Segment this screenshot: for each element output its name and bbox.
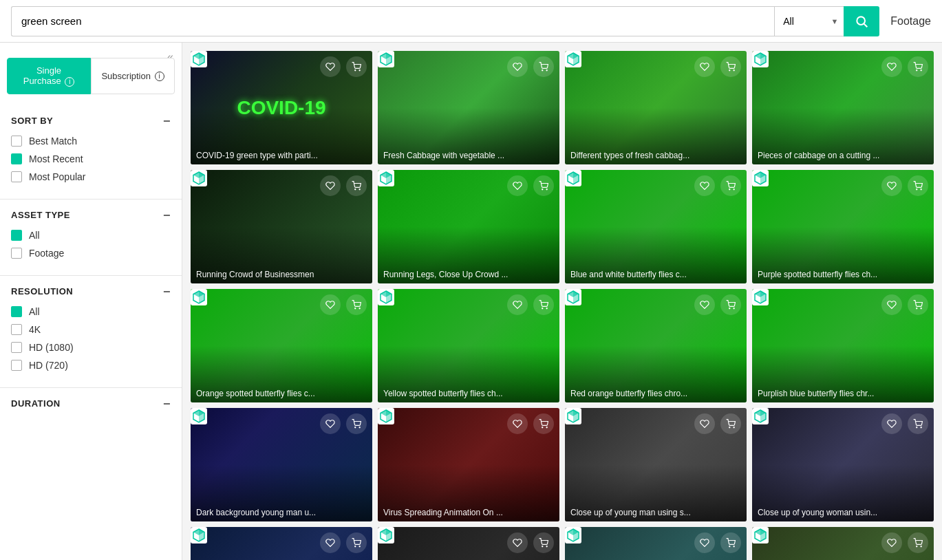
card-12[interactable]: Purplish blue butterfly flies chr... [752, 289, 934, 402]
asset-type-footage[interactable]: Footage [11, 248, 171, 259]
card-13[interactable]: Dark background young man u... [191, 408, 372, 521]
card-cart-button[interactable] [908, 294, 928, 315]
search-filter-select[interactable]: All Footage Images Audio [775, 6, 844, 36]
card-cart-button[interactable] [720, 175, 741, 196]
card-5[interactable]: Running Crowd of Businessmen [191, 170, 372, 283]
card-8[interactable]: Purple spotted butterfly flies ch... [752, 170, 934, 283]
heart-icon [887, 419, 897, 429]
card-title: Virus Spreading Animation On ... [383, 508, 554, 517]
res-hd1080-checkbox[interactable] [11, 342, 22, 353]
card-17[interactable] [191, 527, 372, 560]
card-like-button[interactable] [694, 532, 715, 553]
card-18[interactable] [378, 527, 559, 560]
card-11[interactable]: Red orange butterfly flies chro... [565, 289, 747, 402]
card-like-button[interactable] [320, 175, 341, 196]
res-all-checkbox[interactable] [11, 306, 22, 317]
card-10[interactable]: Yellow spotted butterfly flies ch... [378, 289, 559, 402]
card-15[interactable]: Close up of young man using s... [565, 408, 747, 521]
card-1[interactable]: COVID-19 green type with parti... COVID-… [191, 51, 372, 164]
single-purchase-info-icon[interactable]: i [65, 77, 74, 87]
svg-point-42 [542, 189, 543, 190]
sort-most-popular[interactable]: Most Popular [11, 171, 171, 182]
svg-point-85 [921, 308, 921, 309]
resolution-4k[interactable]: 4K [11, 324, 171, 335]
card-cart-button[interactable] [533, 413, 554, 434]
svg-point-0 [857, 17, 866, 25]
card-cart-button[interactable] [346, 413, 367, 434]
search-button[interactable] [844, 6, 879, 36]
card-cart-button[interactable] [346, 294, 367, 315]
card-like-button[interactable] [320, 56, 341, 77]
duration-collapse-icon[interactable]: − [163, 398, 171, 410]
card-16[interactable]: Close up of young woman usin... [752, 408, 934, 521]
card-9[interactable]: Orange spotted butterfly flies c... [191, 289, 372, 402]
resolution-collapse-icon[interactable]: − [163, 286, 171, 298]
res-hd720-checkbox[interactable] [11, 360, 22, 371]
card-like-button[interactable] [694, 56, 715, 77]
search-input[interactable] [11, 6, 774, 36]
sort-best-match[interactable]: Best Match [11, 136, 171, 147]
card-like-button[interactable] [881, 413, 902, 434]
card-14[interactable]: Virus Spreading Animation On ... [378, 408, 559, 521]
asset-type-all[interactable]: All [11, 230, 171, 241]
card-cart-button[interactable] [533, 175, 554, 196]
card-like-button[interactable] [507, 532, 528, 553]
card-like-button[interactable] [881, 175, 902, 196]
subscription-button[interactable]: Subscription i [91, 58, 175, 94]
cart-icon [913, 419, 923, 429]
card-like-button[interactable] [507, 294, 528, 315]
svg-point-105 [729, 427, 730, 428]
card-cart-button[interactable] [346, 175, 367, 196]
card-19[interactable] [565, 527, 747, 560]
res-4k-checkbox[interactable] [11, 324, 22, 335]
card-cart-button[interactable] [533, 532, 554, 553]
card-like-button[interactable] [881, 532, 902, 553]
card-like-button[interactable] [507, 56, 528, 77]
card-3[interactable]: Different types of fresh cabbag... [565, 51, 747, 164]
resolution-hd720[interactable]: HD (720) [11, 360, 171, 371]
card-6[interactable]: Running Legs, Close Up Crowd ... [378, 170, 559, 283]
best-match-checkbox[interactable] [11, 136, 22, 147]
card-like-button[interactable] [694, 175, 715, 196]
card-cart-button[interactable] [533, 56, 554, 77]
card-like-button[interactable] [881, 56, 902, 77]
card-like-button[interactable] [320, 413, 341, 434]
card-like-button[interactable] [881, 294, 902, 315]
card-cart-button[interactable] [908, 413, 928, 434]
card-cart-button[interactable] [720, 294, 741, 315]
card-like-button[interactable] [507, 413, 528, 434]
resolution-all[interactable]: All [11, 306, 171, 317]
single-purchase-button[interactable]: SinglePurchase i [7, 58, 91, 94]
card-7[interactable]: Blue and white butterfly flies c... [565, 170, 747, 283]
svg-point-49 [729, 189, 730, 190]
heart-icon [700, 300, 709, 310]
card-like-button[interactable] [694, 294, 715, 315]
most-recent-checkbox[interactable] [11, 153, 22, 164]
card-cart-button[interactable] [908, 56, 928, 77]
card-20[interactable] [752, 527, 934, 560]
card-cart-button[interactable] [346, 56, 367, 77]
card-4[interactable]: Pieces of cabbage on a cutting ... [752, 51, 934, 164]
card-cart-button[interactable] [720, 413, 741, 434]
card-cart-button[interactable] [908, 532, 928, 553]
card-cart-button[interactable] [908, 175, 928, 196]
card-cart-button[interactable] [720, 532, 741, 553]
card-2[interactable]: Fresh Cabbage with vegetable ... [378, 51, 559, 164]
cart-icon [913, 181, 923, 191]
card-like-button[interactable] [320, 294, 341, 315]
asset-type-collapse-icon[interactable]: − [163, 209, 171, 222]
card-like-button[interactable] [694, 413, 715, 434]
card-cart-button[interactable] [720, 56, 741, 77]
subscription-info-icon[interactable]: i [155, 72, 164, 81]
asset-all-checkbox[interactable] [11, 230, 22, 241]
card-like-button[interactable] [320, 532, 341, 553]
asset-footage-checkbox[interactable] [11, 248, 22, 259]
most-popular-checkbox[interactable] [11, 171, 22, 182]
card-cart-button[interactable] [533, 294, 554, 315]
sort-by-collapse-icon[interactable]: − [163, 115, 171, 127]
sort-most-recent[interactable]: Most Recent [11, 153, 171, 164]
resolution-hd1080[interactable]: HD (1080) [11, 342, 171, 353]
heart-icon [887, 300, 897, 310]
card-like-button[interactable] [507, 175, 528, 196]
card-cart-button[interactable] [346, 532, 367, 553]
